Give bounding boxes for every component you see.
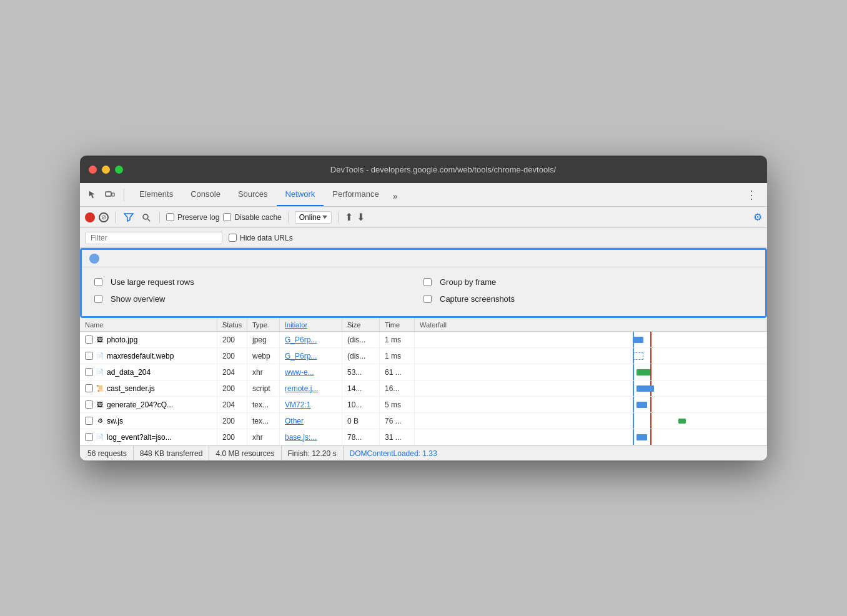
show-overview-checkbox[interactable]: Show overview xyxy=(94,294,165,304)
settings-row-1: Use large request rows Group by frame xyxy=(94,274,753,291)
col-waterfall[interactable]: Waterfall xyxy=(415,318,767,331)
titlebar: DevTools - developers.google.com/web/too… xyxy=(80,156,767,183)
row-name-cell: 📄ad_data_204 xyxy=(80,364,217,380)
row-waterfall xyxy=(415,397,767,412)
file-name: ad_data_204 xyxy=(107,368,151,377)
tab-elements[interactable]: Elements xyxy=(131,183,182,206)
table-row[interactable]: 📄log_event?alt=jso...200xhrbase.js:...78… xyxy=(80,429,767,445)
row-name-cell: 📄maxresdefault.webp xyxy=(80,348,217,364)
table-row[interactable]: 📄maxresdefault.webp200webpG_P6rp...(dis.… xyxy=(80,348,767,364)
row-name-cell: ⚙sw.js xyxy=(80,413,217,429)
hide-data-urls-checkbox[interactable]: Hide data URLs xyxy=(229,234,293,242)
settings-col-right-1: Group by frame xyxy=(423,277,753,287)
throttle-select[interactable]: Online xyxy=(295,211,332,224)
minimize-button[interactable] xyxy=(102,166,110,174)
file-name: generate_204?cQ... xyxy=(107,400,173,409)
row-initiator[interactable]: base.js:... xyxy=(280,429,342,445)
row-checkbox[interactable] xyxy=(85,400,93,409)
row-checkbox[interactable] xyxy=(85,352,93,360)
filter-icon[interactable] xyxy=(122,211,136,224)
table-row[interactable]: ⚙sw.js200tex...Other0 B76 ... xyxy=(80,413,767,429)
device-toggle-icon[interactable] xyxy=(102,187,117,202)
settings-panel-inner: Use large request rows Group by frame Sh… xyxy=(82,267,765,316)
filter-input[interactable] xyxy=(85,232,222,244)
row-checkbox[interactable] xyxy=(85,417,93,425)
row-type: webp xyxy=(247,348,280,364)
devtools-window: DevTools - developers.google.com/web/too… xyxy=(80,156,767,460)
col-initiator[interactable]: Initiator xyxy=(280,318,342,331)
waterfall-bar xyxy=(633,337,643,343)
row-initiator[interactable]: G_P6rp... xyxy=(280,332,342,347)
settings-col-left-2: Show overview xyxy=(94,294,423,304)
record-button[interactable] xyxy=(85,212,95,222)
row-initiator[interactable]: Other xyxy=(280,413,342,429)
row-type: script xyxy=(247,380,280,396)
waterfall-bar xyxy=(636,434,647,440)
search-icon[interactable] xyxy=(139,211,153,224)
col-status[interactable]: Status xyxy=(217,318,247,331)
tab-performance[interactable]: Performance xyxy=(324,183,387,206)
import-icon[interactable]: ⬆ xyxy=(345,211,353,223)
export-icon[interactable]: ⬇ xyxy=(357,211,365,223)
row-checkbox[interactable] xyxy=(85,335,93,344)
table-row[interactable]: 🖼generate_204?cQ...204tex...VM72:110...5… xyxy=(80,397,767,413)
settings-icon[interactable]: ⚙ xyxy=(753,211,762,223)
row-type: tex... xyxy=(247,413,280,429)
clear-button[interactable]: ⊘ xyxy=(99,212,109,222)
waterfall-bar xyxy=(636,385,654,392)
close-button[interactable] xyxy=(89,166,97,174)
toolbar-divider-4 xyxy=(338,212,339,223)
disable-cache-checkbox[interactable]: Disable cache xyxy=(223,213,281,222)
devtools-menu-icon[interactable]: ⋮ xyxy=(741,188,762,202)
table-header: Name Status Type Initiator Size Time Wat… xyxy=(80,318,767,332)
tab-divider xyxy=(124,189,124,201)
col-time[interactable]: Time xyxy=(380,318,415,331)
file-name: cast_sender.js xyxy=(107,384,155,393)
col-size[interactable]: Size xyxy=(342,318,380,331)
row-checkbox[interactable] xyxy=(85,384,93,392)
waterfall-vline-red xyxy=(650,332,651,347)
tab-network[interactable]: Network xyxy=(277,183,324,206)
row-checkbox[interactable] xyxy=(85,368,93,376)
table-row[interactable]: 📜cast_sender.js200scriptremote.j...14...… xyxy=(80,380,767,397)
row-size: 0 B xyxy=(342,413,380,429)
dom-content-loaded: DOMContentLoaded: 1.33 xyxy=(344,449,443,458)
col-name[interactable]: Name xyxy=(80,318,217,331)
row-type: jpeg xyxy=(247,332,280,347)
row-name-cell: 📜cast_sender.js xyxy=(80,380,217,396)
row-status: 204 xyxy=(217,397,247,412)
row-time: 1 ms xyxy=(380,332,415,347)
capture-screenshots-checkbox[interactable]: Capture screenshots xyxy=(423,294,515,304)
svg-line-3 xyxy=(148,219,151,221)
row-size: 78... xyxy=(342,429,380,445)
requests-count: 56 requests xyxy=(87,446,134,460)
toolbar-divider-2 xyxy=(159,212,160,223)
table-row[interactable]: 🖼photo.jpg200jpegG_P6rp...(dis...1 ms xyxy=(80,332,767,348)
maximize-button[interactable] xyxy=(115,166,123,174)
row-time: 31 ... xyxy=(380,429,415,445)
tab-sources[interactable]: Sources xyxy=(229,183,277,206)
settings-panel: Use large request rows Group by frame Sh… xyxy=(80,248,767,318)
row-type: xhr xyxy=(247,364,280,380)
inspect-icon[interactable] xyxy=(85,187,100,202)
col-type[interactable]: Type xyxy=(247,318,280,331)
waterfall-vline-blue xyxy=(633,429,634,445)
large-rows-checkbox[interactable]: Use large request rows xyxy=(94,277,194,287)
tab-console[interactable]: Console xyxy=(182,183,229,206)
tab-more[interactable]: » xyxy=(388,186,403,206)
row-size: 14... xyxy=(342,380,380,396)
table-row[interactable]: 📄ad_data_204204xhrwww-e...53...61 ... xyxy=(80,364,767,380)
resources-size: 4.0 MB resources xyxy=(209,446,281,460)
row-initiator[interactable]: VM72:1 xyxy=(280,397,342,412)
waterfall-vline-red xyxy=(650,364,651,380)
file-type-icon: 📄 xyxy=(96,368,104,377)
row-checkbox[interactable] xyxy=(85,433,93,441)
traffic-lights xyxy=(89,166,123,174)
row-initiator[interactable]: www-e... xyxy=(280,364,342,380)
preserve-log-checkbox[interactable]: Preserve log xyxy=(166,213,219,222)
row-initiator[interactable]: G_P6rp... xyxy=(280,348,342,364)
transferred-size: 848 KB transferred xyxy=(134,446,210,460)
waterfall-vline-blue xyxy=(633,397,634,412)
row-initiator[interactable]: remote.j... xyxy=(280,380,342,396)
group-by-frame-checkbox[interactable]: Group by frame xyxy=(423,277,496,287)
